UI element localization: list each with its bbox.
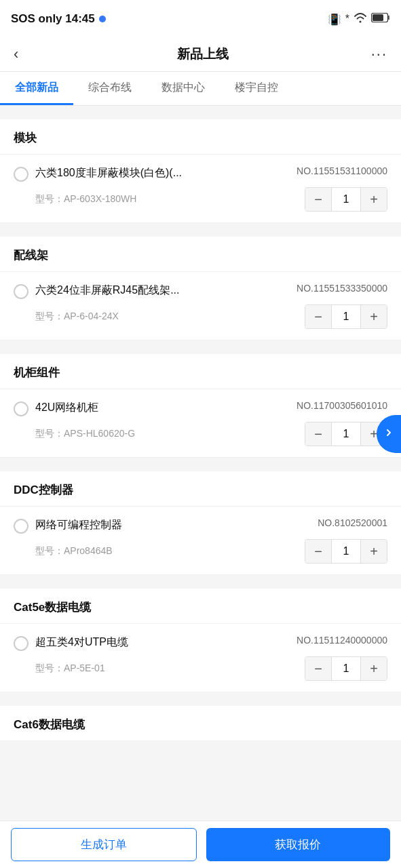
qty-minus-1[interactable]: − — [305, 305, 331, 328]
product-radio-3[interactable] — [14, 519, 28, 534]
qty-minus-3[interactable]: − — [305, 540, 331, 563]
qty-input-0[interactable] — [331, 188, 361, 211]
product-row-top: 六类180度非屏蔽模块(白色)(... NO.11551531100000 — [14, 165, 387, 182]
section-header-patch: 配线架 — [0, 237, 401, 272]
section-header-cat5e: Cat5e数据电缆 — [0, 589, 401, 624]
section-header-cabinet: 机柜组件 — [0, 354, 401, 389]
product-radio-1[interactable] — [14, 284, 28, 299]
product-left: 六类180度非屏蔽模块(白色)(... — [14, 165, 290, 182]
quantity-ctrl-0: − + — [305, 187, 387, 212]
product-no-2: NO.11700305601010 — [297, 400, 387, 411]
qty-plus-0[interactable]: + — [361, 188, 387, 211]
section-title-module: 模块 — [14, 132, 37, 144]
product-radio-4[interactable] — [14, 636, 28, 651]
battery-icon — [371, 13, 390, 25]
qty-plus-1[interactable]: + — [361, 305, 387, 328]
tab-cabling[interactable]: 综合布线 — [73, 72, 147, 105]
qty-input-1[interactable] — [331, 305, 361, 328]
product-name-3: 网络可编程控制器 — [35, 517, 311, 532]
product-model-3: 型号：APro8464B — [35, 545, 113, 557]
page-title: 新品上线 — [177, 45, 229, 63]
status-left: SOS only 14:45 — [11, 12, 106, 26]
svg-rect-1 — [373, 14, 383, 21]
section-divider — [0, 106, 401, 113]
status-text: SOS only 14:45 — [11, 12, 95, 26]
product-no-1: NO.11551533350000 — [297, 283, 387, 294]
product-model-4: 型号：AP-5E-01 — [35, 663, 105, 675]
main-content: 模块 六类180度非屏蔽模块(白色)(... NO.11551531100000… — [0, 106, 401, 795]
product-row-bottom-1: 型号：AP-6-04-24X − + — [35, 304, 387, 329]
product-row-top-2: 42U网络机柜 NO.11700305601010 — [14, 400, 387, 416]
product-no-4: NO.11511240000000 — [297, 635, 387, 646]
back-button[interactable]: ‹ — [14, 45, 35, 63]
product-model-0: 型号：AP-603X-180WH — [35, 193, 136, 205]
section-header-ddc: DDC控制器 — [0, 471, 401, 507]
qty-minus-0[interactable]: − — [305, 188, 331, 211]
tab-datacenter[interactable]: 数据中心 — [147, 72, 220, 105]
product-left-1: 六类24位非屏蔽RJ45配线架... — [14, 283, 290, 299]
nav-bar: ‹ 新品上线 ··· — [0, 37, 401, 72]
tab-building[interactable]: 楼宇自控 — [220, 72, 293, 105]
status-dot-icon — [99, 16, 106, 22]
product-row-bottom-4: 型号：AP-5E-01 − + — [35, 656, 387, 681]
status-right: 📳 * — [328, 12, 390, 26]
product-item-2: 42U网络机柜 NO.11700305601010 型号：APS-HL60620… — [0, 389, 401, 458]
product-name-2: 42U网络机柜 — [35, 400, 290, 415]
product-no-0: NO.11551531100000 — [297, 165, 387, 176]
quantity-ctrl-2: − + — [305, 422, 387, 446]
tab-all-new[interactable]: 全部新品 — [0, 72, 73, 105]
product-left-3: 网络可编程控制器 — [14, 517, 311, 534]
generate-order-button[interactable]: 生成订单 — [11, 828, 197, 861]
bottom-bar: 生成订单 获取报价 — [0, 821, 401, 868]
wifi-icon — [354, 12, 367, 26]
product-radio-0[interactable] — [14, 167, 28, 182]
section-header-cat6: Cat6数据电缆 — [0, 706, 401, 741]
float-btn-icon — [383, 426, 394, 443]
qty-plus-4[interactable]: + — [361, 657, 387, 680]
quantity-ctrl-4: − + — [305, 656, 387, 681]
section-divider-6 — [0, 692, 401, 699]
svg-point-2 — [383, 427, 394, 438]
quantity-ctrl-1: − + — [305, 304, 387, 329]
section-title-cat5e: Cat5e数据电缆 — [14, 601, 91, 614]
product-row-top-1: 六类24位非屏蔽RJ45配线架... NO.11551533350000 — [14, 283, 387, 299]
product-row-bottom: 型号：AP-603X-180WH − + — [35, 187, 387, 212]
product-no-3: NO.8102520001 — [318, 517, 387, 528]
section-divider-3 — [0, 340, 401, 347]
section-divider-5 — [0, 575, 401, 582]
qty-input-2[interactable] — [331, 422, 361, 446]
section-title-ddc: DDC控制器 — [14, 484, 73, 496]
qty-minus-2[interactable]: − — [305, 422, 331, 446]
section-title-patch: 配线架 — [14, 249, 48, 262]
bluetooth-icon: * — [345, 13, 349, 25]
section-header-module: 模块 — [0, 119, 401, 155]
more-button[interactable]: ··· — [371, 45, 387, 63]
product-name-0: 六类180度非屏蔽模块(白色)(... — [35, 165, 290, 180]
product-item-4: 超五类4对UTP电缆 NO.11511240000000 型号：AP-5E-01… — [0, 624, 401, 692]
product-left-4: 超五类4对UTP电缆 — [14, 635, 290, 651]
product-left-2: 42U网络机柜 — [14, 400, 290, 416]
product-row-bottom-2: 型号：APS-HL60620-G − + — [35, 422, 387, 446]
qty-plus-3[interactable]: + — [361, 540, 387, 563]
product-name-1: 六类24位非屏蔽RJ45配线架... — [35, 283, 290, 298]
qty-input-3[interactable] — [331, 540, 361, 563]
section-divider-4 — [0, 458, 401, 465]
section-title-cabinet: 机柜组件 — [14, 366, 60, 379]
qty-input-4[interactable] — [331, 657, 361, 680]
nfc-icon: 📳 — [328, 13, 341, 26]
product-name-4: 超五类4对UTP电缆 — [35, 635, 290, 650]
product-item-3: 网络可编程控制器 NO.8102520001 型号：APro8464B − + — [0, 507, 401, 575]
section-title-cat6: Cat6数据电缆 — [14, 718, 85, 731]
product-item-1: 六类24位非屏蔽RJ45配线架... NO.11551533350000 型号：… — [0, 272, 401, 340]
qty-minus-4[interactable]: − — [305, 657, 331, 680]
product-radio-2[interactable] — [14, 401, 28, 416]
section-divider-2 — [0, 223, 401, 230]
product-model-2: 型号：APS-HL60620-G — [35, 428, 135, 440]
product-model-1: 型号：AP-6-04-24X — [35, 311, 119, 323]
get-quote-button[interactable]: 获取报价 — [206, 828, 391, 861]
status-bar: SOS only 14:45 📳 * — [0, 0, 401, 37]
product-item: 六类180度非屏蔽模块(白色)(... NO.11551531100000 型号… — [0, 155, 401, 223]
product-row-top-4: 超五类4对UTP电缆 NO.11511240000000 — [14, 635, 387, 651]
product-row-bottom-3: 型号：APro8464B − + — [35, 539, 387, 564]
product-row-top-3: 网络可编程控制器 NO.8102520001 — [14, 517, 387, 534]
